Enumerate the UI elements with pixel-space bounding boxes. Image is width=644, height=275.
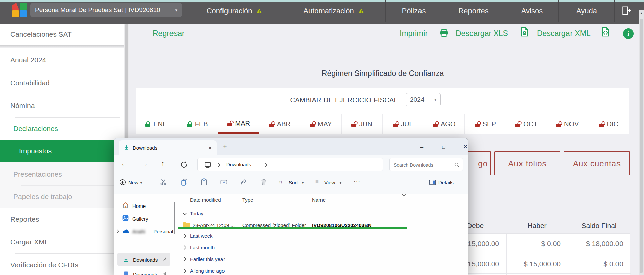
new-tab-button[interactable]: +	[223, 143, 227, 150]
menu-ayuda[interactable]: Ayuda	[558, 0, 615, 22]
close-button[interactable]: ✕	[457, 141, 468, 152]
group-last-week[interactable]: Last week	[190, 233, 213, 239]
logo-square-yellow	[12, 10, 19, 17]
view-button[interactable]: View	[324, 180, 335, 185]
info-button[interactable]: i	[623, 28, 634, 39]
sidebar-item-declaraciones[interactable]: Declaraciones	[13, 125, 58, 133]
menu-reportes[interactable]: Reportes	[442, 0, 505, 22]
month-tab-jun[interactable]: JUN	[342, 114, 383, 134]
breadcrumb[interactable]: Downloads	[226, 162, 251, 167]
sort-button[interactable]: Sort	[289, 180, 298, 185]
menu-automatizacion[interactable]: Automatización	[282, 0, 386, 22]
sidebar-item-nomina[interactable]: Nómina	[10, 102, 35, 110]
file-explorer-window[interactable]: Downloads ✕ + – □ ✕ ← → ↑ Downloads	[114, 138, 468, 275]
column-header-date-modified[interactable]: Date modified	[190, 197, 221, 203]
new-plus-icon[interactable]	[119, 179, 126, 185]
print-link[interactable]: Imprimir	[400, 29, 428, 38]
chevron-right-icon[interactable]	[184, 269, 187, 273]
group-last-month[interactable]: Last month	[190, 245, 215, 250]
nav-panel-scrollbar[interactable]	[174, 202, 175, 234]
delete-icon[interactable]	[260, 178, 267, 186]
forward-icon[interactable]: →	[141, 159, 148, 168]
nav-onedrive-suffix[interactable]: - Personal	[150, 229, 173, 234]
nav-downloads[interactable]: Downloads	[133, 257, 158, 263]
back-link[interactable]: Regresar	[153, 29, 185, 38]
search-input[interactable]	[393, 159, 453, 170]
group-earlier-this-year[interactable]: Earlier this year	[190, 256, 225, 262]
nav-documents[interactable]: Documents	[133, 272, 158, 275]
month-tab-may[interactable]: MAY	[300, 114, 342, 134]
refresh-icon[interactable]	[180, 161, 188, 169]
sidebar-item-contabilidad[interactable]: Contabilidad	[10, 79, 50, 87]
aux-folios-button[interactable]: Aux folios	[494, 151, 560, 175]
aux-cuentas-button[interactable]: Aux cuentas	[564, 151, 630, 175]
chevron-right-icon[interactable]	[184, 234, 187, 238]
xls-file-icon[interactable]: X	[520, 27, 529, 37]
menu-configuracion[interactable]: Configuración	[187, 0, 282, 22]
search-box[interactable]	[389, 158, 463, 171]
minimize-button[interactable]: –	[413, 141, 430, 152]
tab-close-icon[interactable]: ✕	[208, 145, 212, 151]
cut-icon[interactable]	[160, 178, 167, 186]
month-tab-ago[interactable]: AGO	[424, 114, 465, 134]
month-tab-sep[interactable]: SEP	[465, 114, 506, 134]
logout-button[interactable]	[618, 4, 634, 17]
details-button[interactable]: Details	[438, 180, 454, 185]
company-selector[interactable]: Persona Moral De Pruebas Sat | IVD920810…	[30, 3, 182, 17]
column-header-name[interactable]: Name	[312, 197, 326, 203]
chevron-down-icon[interactable]	[402, 194, 406, 197]
search-icon[interactable]	[454, 162, 460, 168]
menu-avisos[interactable]: Avisos	[505, 0, 559, 22]
nav-onedrive-name[interactable]: Anahi	[132, 229, 145, 234]
month-tab-ene[interactable]: ENE	[136, 114, 177, 134]
copy-icon[interactable]	[181, 178, 188, 186]
chevron-right-icon[interactable]	[184, 245, 187, 250]
app-logo-icon[interactable]	[12, 3, 27, 17]
month-tab-jul[interactable]: JUL	[383, 114, 424, 134]
more-options-icon[interactable]: ···	[354, 178, 360, 185]
maximize-button[interactable]: □	[435, 141, 452, 152]
sidebar-item-cargar-xml[interactable]: Cargar XML	[10, 238, 48, 246]
explorer-tab-downloads[interactable]: Downloads ✕	[119, 140, 217, 155]
sidebar-item-reportes[interactable]: Reportes	[10, 215, 39, 223]
month-tab-oct[interactable]: OCT	[506, 114, 547, 134]
address-bar[interactable]: Downloads	[197, 158, 383, 171]
month-tab-abr[interactable]: ABR	[259, 114, 301, 134]
month-tab-mar-selected[interactable]: MAR	[218, 114, 259, 134]
fiscal-year-select[interactable]: 2024 ▾	[406, 93, 441, 106]
chevron-right-icon[interactable]	[184, 257, 187, 261]
share-icon[interactable]	[240, 178, 247, 186]
nav-home[interactable]: Home	[132, 203, 146, 209]
table-cell: $ 0.00	[568, 260, 623, 268]
page-scrollbar-thumb[interactable]	[640, 19, 643, 273]
menu-polizas[interactable]: Pólizas	[385, 0, 442, 22]
xml-file-icon[interactable]	[601, 27, 610, 37]
month-tab-nov[interactable]: NOV	[547, 114, 588, 134]
chevron-right-icon[interactable]	[265, 163, 268, 167]
column-header-type[interactable]: Type	[242, 197, 253, 203]
sidebar-item-presentaciones[interactable]: Presentaciones	[13, 170, 62, 178]
month-tab-dic[interactable]: DIC	[588, 114, 630, 134]
back-icon[interactable]: ←	[121, 159, 128, 168]
sidebar-item-papeles-de-trabajo[interactable]: Papeles de trabajo	[13, 193, 72, 201]
paste-icon[interactable]	[200, 178, 208, 186]
download-xls-link[interactable]: Descargar XLS	[456, 29, 508, 38]
new-button[interactable]: New	[128, 180, 138, 185]
up-icon[interactable]: ↑	[161, 159, 165, 168]
sidebar-item-impuestos-active[interactable]: Impuestos	[0, 140, 124, 162]
nav-gallery[interactable]: Gallery	[132, 216, 148, 222]
details-pane-icon[interactable]	[429, 179, 436, 185]
group-today[interactable]: Today	[190, 211, 203, 216]
printer-icon[interactable]	[440, 29, 448, 37]
fiscal-year-label: CAMBIAR DE EJERCICIO FISCAL	[255, 96, 398, 104]
rename-icon[interactable]: A	[220, 178, 228, 186]
sidebar-item-verificacion-cfdis[interactable]: Verificación de CFDIs	[10, 261, 78, 269]
sidebar-item-cancelaciones-sat[interactable]: Cancelaciones SAT	[10, 30, 72, 38]
month-tab-feb[interactable]: FEB	[177, 114, 218, 134]
chevron-right-icon[interactable]	[116, 229, 120, 233]
chevron-down-icon[interactable]	[183, 212, 187, 215]
download-xml-link[interactable]: Descargar XML	[537, 29, 591, 38]
scrollbar-up-arrow-icon[interactable]: ▲	[639, 11, 644, 15]
group-a-long-time-ago[interactable]: A long time ago	[190, 268, 225, 274]
sidebar-item-anual-2024[interactable]: Anual 2024	[10, 56, 46, 64]
